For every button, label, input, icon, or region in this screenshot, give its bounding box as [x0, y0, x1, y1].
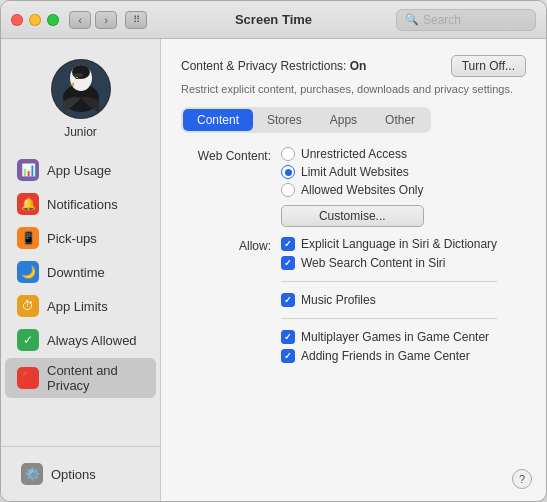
checkbox-label-music-profiles: Music Profiles [301, 293, 376, 307]
sidebar: Junior 📊 App Usage 🔔 Notifications 📱 Pic… [1, 39, 161, 501]
sidebar-item-label-app-limits: App Limits [47, 299, 108, 314]
search-placeholder: Search [423, 13, 461, 27]
svg-point-5 [72, 65, 90, 79]
radio-circle-limit-adult [281, 165, 295, 179]
radio-label-limit-adult: Limit Adult Websites [301, 165, 409, 179]
downtime-icon: 🌙 [17, 261, 39, 283]
sidebar-item-label-notifications: Notifications [47, 197, 118, 212]
help-button[interactable]: ? [512, 469, 532, 489]
checkbox-label-web-search-siri: Web Search Content in Siri [301, 256, 446, 270]
tab-stores[interactable]: Stores [253, 109, 316, 131]
close-button[interactable] [11, 14, 23, 26]
window-title: Screen Time [235, 12, 312, 27]
radio-allowed-only[interactable]: Allowed Websites Only [281, 183, 424, 197]
content-privacy-icon: 🚫 [17, 367, 39, 389]
sidebar-item-app-limits[interactable]: ⏱ App Limits [5, 290, 156, 322]
radio-unrestricted[interactable]: Unrestricted Access [281, 147, 424, 161]
grid-button[interactable]: ⠿ [125, 11, 147, 29]
checkbox-group-2: Music Profiles [281, 293, 497, 307]
sidebar-item-label-content-privacy: Content and Privacy [47, 363, 146, 393]
sidebar-item-label-options: Options [51, 467, 96, 482]
pick-ups-icon: 📱 [17, 227, 39, 249]
sidebar-item-content-privacy[interactable]: 🚫 Content and Privacy [5, 358, 156, 398]
sidebar-item-label-downtime: Downtime [47, 265, 105, 280]
checkboxes: Explicit Language in Siri & Dictionary W… [281, 237, 497, 363]
checkbox-adding-friends-box [281, 349, 295, 363]
search-bar[interactable]: 🔍 Search [396, 9, 536, 31]
radio-group: Unrestricted Access Limit Adult Websites… [281, 147, 424, 227]
maximize-button[interactable] [47, 14, 59, 26]
traffic-lights [11, 14, 59, 26]
avatar [51, 59, 111, 119]
main-content: Content & Privacy Restrictions: On Turn … [161, 39, 546, 389]
sidebar-item-downtime[interactable]: 🌙 Downtime [5, 256, 156, 288]
checkbox-multiplayer-games-box [281, 330, 295, 344]
tab-bar: Content Stores Apps Other [181, 107, 431, 133]
body: Junior 📊 App Usage 🔔 Notifications 📱 Pic… [1, 39, 546, 501]
app-limits-icon: ⏱ [17, 295, 39, 317]
separator-2 [281, 318, 497, 319]
minimize-button[interactable] [29, 14, 41, 26]
notifications-icon: 🔔 [17, 193, 39, 215]
svg-point-10 [73, 73, 83, 77]
checkbox-explicit-siri-box [281, 237, 295, 251]
checkbox-group-3: Multiplayer Games in Game Center Adding … [281, 330, 497, 363]
radio-label-unrestricted: Unrestricted Access [301, 147, 407, 161]
web-content-label: Web Content: [181, 147, 271, 163]
sidebar-item-label-app-usage: App Usage [47, 163, 111, 178]
sidebar-footer: ⚙️ Options [1, 446, 160, 501]
radio-circle-allowed-only [281, 183, 295, 197]
nav-buttons: ‹ › [69, 11, 117, 29]
allow-label: Allow: [181, 237, 271, 253]
user-name: Junior [64, 125, 97, 139]
sidebar-item-label-always-allowed: Always Allowed [47, 333, 137, 348]
tab-content[interactable]: Content [183, 109, 253, 131]
content-header: Content & Privacy Restrictions: On Turn … [181, 55, 526, 77]
sidebar-item-options[interactable]: ⚙️ Options [9, 458, 152, 490]
sidebar-item-always-allowed[interactable]: ✓ Always Allowed [5, 324, 156, 356]
app-usage-icon: 📊 [17, 159, 39, 181]
forward-button[interactable]: › [95, 11, 117, 29]
checkbox-adding-friends[interactable]: Adding Friends in Game Center [281, 349, 497, 363]
checkbox-explicit-siri[interactable]: Explicit Language in Siri & Dictionary [281, 237, 497, 251]
checkbox-multiplayer-games[interactable]: Multiplayer Games in Game Center [281, 330, 497, 344]
search-icon: 🔍 [405, 13, 419, 26]
radio-limit-adult[interactable]: Limit Adult Websites [281, 165, 424, 179]
titlebar: ‹ › ⠿ Screen Time 🔍 Search [1, 1, 546, 39]
radio-circle-unrestricted [281, 147, 295, 161]
always-allowed-icon: ✓ [17, 329, 39, 351]
content-title: Content & Privacy Restrictions: On [181, 59, 366, 73]
sidebar-item-app-usage[interactable]: 📊 App Usage [5, 154, 156, 186]
avatar-section: Junior [1, 49, 160, 153]
checkbox-label-explicit-siri: Explicit Language in Siri & Dictionary [301, 237, 497, 251]
checkbox-label-multiplayer-games: Multiplayer Games in Game Center [301, 330, 489, 344]
checkbox-music-profiles[interactable]: Music Profiles [281, 293, 497, 307]
sidebar-item-pick-ups[interactable]: 📱 Pick-ups [5, 222, 156, 254]
checkbox-group-1: Explicit Language in Siri & Dictionary W… [281, 237, 497, 270]
options-icon: ⚙️ [21, 463, 43, 485]
main-wrapper: Content & Privacy Restrictions: On Turn … [161, 39, 546, 501]
allow-section: Allow: Explicit Language in Siri & Dicti… [181, 237, 526, 363]
turn-off-button[interactable]: Turn Off... [451, 55, 526, 77]
tab-other[interactable]: Other [371, 109, 429, 131]
content-subtitle: Restrict explicit content, purchases, do… [181, 83, 526, 95]
radio-label-allowed-only: Allowed Websites Only [301, 183, 424, 197]
tab-apps[interactable]: Apps [316, 109, 371, 131]
customise-button[interactable]: Customise... [281, 205, 424, 227]
sidebar-item-label-pick-ups: Pick-ups [47, 231, 97, 246]
checkbox-music-profiles-box [281, 293, 295, 307]
web-content-section: Web Content: Unrestricted Access Limit A… [181, 147, 526, 227]
checkbox-web-search-siri-box [281, 256, 295, 270]
checkbox-web-search-siri[interactable]: Web Search Content in Siri [281, 256, 497, 270]
checkbox-label-adding-friends: Adding Friends in Game Center [301, 349, 470, 363]
app-window: ‹ › ⠿ Screen Time 🔍 Search [0, 0, 547, 502]
back-button[interactable]: ‹ [69, 11, 91, 29]
separator-1 [281, 281, 497, 282]
sidebar-item-notifications[interactable]: 🔔 Notifications [5, 188, 156, 220]
status-on: On [350, 59, 367, 73]
